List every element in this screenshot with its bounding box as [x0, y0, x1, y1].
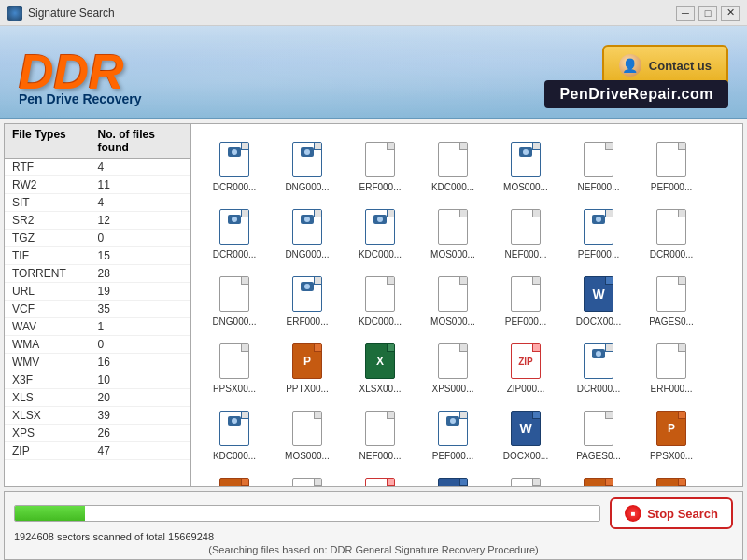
file-type-row[interactable]: SIT4 [5, 194, 190, 212]
file-type-row[interactable]: URL19 [5, 283, 190, 301]
file-item[interactable]: MOS000... [417, 199, 488, 264]
file-item[interactable]: W DOCX00... [563, 266, 634, 331]
progress-bar-container [14, 505, 600, 522]
file-item[interactable]: MOS000... [272, 400, 343, 466]
file-name: ZIP000... [507, 384, 545, 394]
progress-row: Stop Search [14, 497, 733, 529]
file-item[interactable]: XPS000... [272, 468, 343, 486]
file-item[interactable]: NEF000... [563, 132, 634, 197]
file-item[interactable]: P PPTX0... [636, 468, 707, 486]
file-item[interactable]: DNG000... [272, 199, 343, 264]
file-icon [655, 275, 688, 313]
file-icon [509, 141, 543, 178]
file-type-row[interactable]: WAV1 [5, 318, 190, 336]
file-item[interactable]: KDC000... [199, 400, 270, 466]
file-item[interactable]: PAGES0... [490, 468, 561, 486]
file-icon [290, 208, 324, 245]
file-item[interactable]: W DOCX00... [417, 468, 488, 486]
col-filetype-header: File Types [12, 128, 98, 154]
file-icon [218, 208, 251, 245]
file-item[interactable]: ERF000... [636, 333, 707, 399]
file-item[interactable]: W DOCX00... [490, 400, 561, 466]
file-item[interactable]: KDC000... [345, 199, 416, 264]
file-type-row[interactable]: WMA0 [5, 336, 190, 354]
file-item[interactable]: PEF000... [563, 199, 634, 264]
file-type-name: XPS [12, 427, 98, 440]
file-item[interactable]: PAGES0... [636, 266, 707, 331]
file-name: DCR000... [577, 384, 621, 394]
file-item[interactable]: DCR000... [199, 132, 270, 197]
file-icon [436, 275, 470, 313]
file-name: PEF000... [651, 182, 692, 192]
file-type-row[interactable]: RW211 [5, 176, 190, 194]
minimize-button[interactable]: ─ [676, 6, 695, 21]
file-type-row[interactable]: TORRENT28 [5, 265, 190, 283]
file-type-row[interactable]: SR212 [5, 212, 190, 230]
window-controls[interactable]: ─ □ ✕ [676, 6, 740, 21]
file-item[interactable]: NEF000... [490, 199, 561, 264]
right-panel[interactable]: DCR000... DNG000... ERF000... KDC000... … [191, 124, 742, 486]
file-item[interactable]: PEF000... [417, 400, 488, 466]
file-item[interactable]: P PPSX00... [636, 400, 707, 466]
file-icon: W [509, 410, 543, 447]
file-type-row[interactable]: X3F10 [5, 371, 190, 389]
file-icon: P [218, 477, 251, 486]
file-type-row[interactable]: TIF15 [5, 247, 190, 265]
file-item[interactable]: ERF000... [272, 266, 343, 331]
file-item[interactable]: MOS000... [490, 132, 561, 197]
file-type-count: 20 [98, 391, 184, 404]
file-item[interactable]: PEF000... [490, 266, 561, 331]
file-item[interactable]: DNG000... [199, 266, 270, 331]
file-item[interactable]: DCR000... [199, 199, 270, 264]
file-type-name: TIF [12, 249, 98, 262]
file-type-name: WMV [12, 356, 98, 369]
file-type-row[interactable]: XPS26 [5, 425, 190, 442]
close-button[interactable]: ✕ [721, 6, 740, 21]
file-name: NEF000... [577, 182, 619, 192]
file-type-row[interactable]: WMV16 [5, 354, 190, 371]
file-icon: ZIP [363, 477, 397, 486]
header: DDR Pen Drive Recovery 👤 Contact us PenD… [0, 26, 747, 119]
progress-label: 1924608 sectors scanned of total 1566924… [14, 531, 733, 542]
file-item[interactable]: ZIP ZIP000... [345, 468, 416, 486]
file-item[interactable]: DCR000... [636, 199, 707, 264]
file-item[interactable]: PAGES0... [563, 400, 634, 466]
file-type-count: 16 [98, 356, 184, 369]
file-item[interactable]: PEF000... [636, 132, 707, 197]
file-icon [436, 410, 470, 447]
progress-area: Stop Search 1924608 sectors scanned of t… [4, 491, 743, 560]
file-icon [363, 141, 397, 178]
file-item[interactable]: KDC000... [345, 266, 416, 331]
file-item[interactable]: DCR000... [563, 333, 634, 399]
file-type-count: 47 [98, 444, 184, 457]
file-item[interactable]: P PPTX00... [272, 333, 343, 399]
file-item[interactable]: P PPSX0... [563, 468, 634, 486]
maximize-button[interactable]: □ [698, 6, 717, 21]
file-icon [509, 477, 543, 486]
file-icon [218, 141, 251, 178]
file-type-list[interactable]: RTF4RW211SIT4SR212TGZ0TIF15TORRENT28URL1… [5, 159, 190, 486]
file-type-row[interactable]: XLSX39 [5, 407, 190, 425]
file-icon [655, 141, 688, 178]
header-subtitle: Pen Drive Recovery [19, 91, 142, 106]
file-item[interactable]: P PPTX00... [199, 468, 270, 486]
file-item[interactable]: X XLSX00... [345, 333, 416, 399]
file-type-row[interactable]: RTF4 [5, 159, 190, 176]
file-item[interactable]: KDC000... [417, 132, 488, 197]
file-type-count: 11 [98, 178, 184, 191]
file-type-row[interactable]: ZIP47 [5, 442, 190, 460]
file-item[interactable]: ERF000... [345, 132, 416, 197]
file-item[interactable]: NEF000... [345, 400, 416, 466]
file-type-row[interactable]: VCF35 [5, 301, 190, 318]
file-item[interactable]: PPSX00... [199, 333, 270, 399]
file-item[interactable]: DNG000... [272, 132, 343, 197]
file-type-row[interactable]: TGZ0 [5, 230, 190, 247]
file-item[interactable]: XPS000... [417, 333, 488, 399]
file-type-count: 35 [98, 302, 184, 315]
file-type-row[interactable]: XLS20 [5, 389, 190, 407]
file-item[interactable]: ZIP ZIP000... [490, 333, 561, 399]
file-name: MOS000... [503, 182, 548, 192]
file-type-name: SR2 [12, 214, 98, 227]
stop-search-button[interactable]: Stop Search [610, 497, 733, 529]
file-item[interactable]: MOS000... [417, 266, 488, 331]
